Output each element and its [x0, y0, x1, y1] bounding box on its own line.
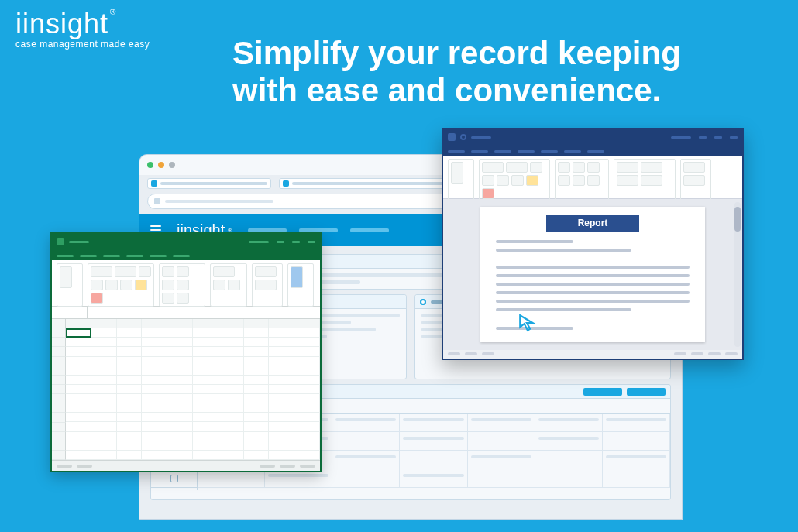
table-header-cell[interactable]	[400, 414, 467, 432]
scrollbar[interactable]	[734, 202, 741, 347]
ribbon-button[interactable]	[213, 266, 235, 277]
checkbox[interactable]	[170, 475, 178, 482]
ribbon-tab[interactable]	[103, 255, 120, 257]
ribbon-button[interactable]	[558, 162, 570, 173]
ribbon-group	[287, 263, 314, 307]
paste-button[interactable]	[60, 266, 72, 288]
ribbon-tab[interactable]	[564, 150, 581, 153]
ribbon-group	[479, 159, 550, 202]
excel-app-icon	[57, 238, 64, 245]
ribbon-button[interactable]	[120, 280, 132, 290]
ribbon-button[interactable]	[530, 162, 542, 173]
selected-cell[interactable]	[66, 328, 91, 338]
table-header-cell[interactable]	[535, 414, 603, 432]
paste-button[interactable]	[451, 162, 463, 184]
word-page-area[interactable]: Report	[443, 199, 742, 350]
traffic-light-grey[interactable]	[169, 162, 175, 168]
ribbon-button[interactable]	[91, 280, 103, 290]
ribbon-button[interactable]	[573, 175, 585, 186]
word-page[interactable]: Report	[480, 207, 705, 342]
nav-item[interactable]	[299, 228, 338, 232]
action-button[interactable]	[627, 388, 666, 396]
doc-title: Report	[546, 215, 639, 232]
ribbon-button[interactable]	[506, 162, 528, 173]
collapse-icon[interactable]	[420, 299, 426, 305]
headline-line2: with ease and convenience.	[232, 72, 681, 109]
table-header-cell[interactable]	[603, 414, 670, 432]
highlight-button[interactable]	[526, 175, 538, 186]
ribbon-tab[interactable]	[126, 255, 143, 257]
ribbon-button[interactable]	[162, 266, 174, 277]
ribbon-button[interactable]	[587, 162, 600, 173]
highlight-button[interactable]	[135, 280, 147, 290]
minimize-button[interactable]	[699, 136, 707, 139]
ribbon-button[interactable]	[115, 266, 136, 277]
action-button[interactable]	[583, 388, 622, 396]
word-ribbon	[443, 156, 742, 199]
ribbon-button[interactable]	[213, 280, 225, 290]
ribbon-tab[interactable]	[587, 150, 604, 153]
ribbon-button[interactable]	[558, 175, 570, 186]
nav-item[interactable]	[350, 228, 389, 232]
ribbon-button[interactable]	[162, 280, 174, 290]
cursor-icon	[518, 313, 538, 336]
excel-titlebar	[52, 234, 320, 249]
ribbon-button[interactable]	[641, 175, 662, 186]
ribbon-tab[interactable]	[541, 150, 558, 153]
ribbon-button[interactable]	[683, 175, 705, 186]
ribbon-button[interactable]	[255, 280, 277, 290]
ribbon-button[interactable]	[255, 266, 277, 277]
ribbon-button[interactable]	[228, 280, 240, 290]
minimize-button[interactable]	[277, 241, 284, 243]
ribbon-button[interactable]	[497, 175, 509, 186]
ribbon-group	[614, 159, 676, 202]
excel-statusbar	[52, 460, 320, 471]
ribbon-button[interactable]	[617, 162, 638, 173]
ribbon-button[interactable]	[91, 266, 112, 277]
ribbon-tab[interactable]	[448, 150, 465, 153]
ribbon-button[interactable]	[587, 175, 600, 186]
ribbon-tab[interactable]	[518, 150, 535, 153]
close-button[interactable]	[730, 136, 738, 139]
table-header-cell[interactable]	[468, 414, 535, 432]
browser-tab[interactable]	[147, 178, 271, 189]
close-button[interactable]	[308, 241, 315, 243]
ribbon-button[interactable]	[177, 266, 189, 277]
ribbon-button[interactable]	[162, 293, 174, 304]
ribbon-button[interactable]	[139, 266, 151, 277]
maximize-button[interactable]	[714, 136, 722, 139]
ribbon-button[interactable]	[511, 175, 524, 186]
ribbon-button[interactable]	[177, 280, 189, 290]
table-header-cell[interactable]	[332, 414, 400, 432]
ribbon-button[interactable]	[482, 162, 504, 173]
ribbon-tab[interactable]	[80, 255, 97, 257]
ribbon-button[interactable]	[105, 280, 118, 290]
scroll-thumb[interactable]	[734, 207, 741, 232]
ribbon-tab[interactable]	[471, 150, 488, 153]
cell-grid[interactable]	[66, 319, 320, 460]
traffic-light-green[interactable]	[147, 162, 153, 168]
ribbon-button[interactable]	[177, 293, 189, 304]
excel-sheet[interactable]	[52, 319, 320, 460]
maximize-button[interactable]	[292, 241, 300, 243]
ribbon-button[interactable]	[291, 266, 303, 288]
ribbon-button[interactable]	[482, 175, 494, 186]
ribbon-group	[88, 263, 154, 307]
ribbon-tab[interactable]	[494, 150, 511, 153]
ribbon-tab[interactable]	[57, 255, 74, 257]
ribbon-tab[interactable]	[173, 255, 190, 257]
excel-formula-bar[interactable]	[52, 307, 320, 319]
ribbon-button[interactable]	[617, 175, 638, 186]
font-color-button[interactable]	[91, 293, 103, 304]
logo-registered: ®	[110, 8, 116, 16]
ribbon-group	[448, 159, 474, 202]
ribbon-tab[interactable]	[150, 255, 167, 257]
name-box[interactable]	[52, 307, 88, 318]
ribbon-button[interactable]	[641, 162, 662, 173]
ribbon-button[interactable]	[573, 162, 585, 173]
nav-item[interactable]	[248, 228, 287, 232]
font-color-button[interactable]	[482, 188, 494, 199]
ribbon-button[interactable]	[683, 162, 705, 173]
ribbon-group	[555, 159, 609, 202]
traffic-light-orange[interactable]	[158, 162, 164, 168]
